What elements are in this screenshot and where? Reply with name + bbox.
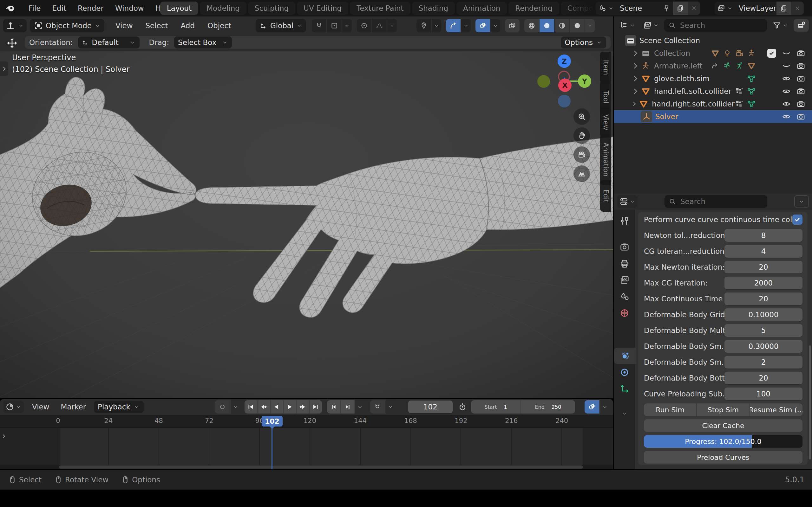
- viewlayer-remove-button[interactable]: [791, 2, 804, 15]
- current-frame-field[interactable]: 102: [408, 400, 453, 413]
- frame-step-dropdown[interactable]: [354, 400, 365, 413]
- visibility-cell[interactable]: [779, 99, 794, 109]
- properties-tab-tool[interactable]: [614, 213, 635, 229]
- outliner-row[interactable]: Solver: [614, 110, 812, 123]
- options-dropdown[interactable]: Options: [561, 37, 606, 49]
- playhead-label[interactable]: 102: [262, 416, 283, 427]
- key-prev-button[interactable]: [257, 400, 270, 413]
- menu-file[interactable]: File: [24, 2, 45, 14]
- editor-type-dropdown[interactable]: [3, 19, 27, 32]
- workspace-tab-shading[interactable]: Shading: [412, 2, 455, 15]
- move-tool-icon[interactable]: [6, 38, 18, 49]
- viewport-menu-add[interactable]: Add: [176, 20, 199, 32]
- shading-solid-button[interactable]: [539, 19, 554, 32]
- stopwatch-icon[interactable]: [458, 402, 467, 412]
- timeline-editor-type-dropdown[interactable]: [3, 400, 23, 413]
- viewport-3d[interactable]: Object Mode ViewSelectAddObject Global: [0, 16, 613, 398]
- timeline-snap-dropdown[interactable]: [385, 400, 396, 413]
- timeline-overlays-dropdown[interactable]: [599, 400, 610, 413]
- render-visibility-cell[interactable]: [794, 61, 808, 71]
- jump-start-button[interactable]: [245, 400, 257, 413]
- workspace-tab-rendering[interactable]: Rendering: [508, 2, 559, 15]
- expand-arrow[interactable]: [630, 74, 641, 83]
- render-visibility-cell[interactable]: [794, 49, 808, 58]
- render-camera-icon[interactable]: [796, 74, 806, 83]
- ortho-toggle-button[interactable]: [573, 165, 590, 182]
- menu-window[interactable]: Window: [111, 2, 148, 14]
- sidebar-tab-edit[interactable]: Edit: [600, 180, 611, 212]
- scene-duplicate-button[interactable]: [673, 2, 688, 15]
- property-value-field[interactable]: 0.10000: [724, 308, 803, 321]
- gizmos-dropdown[interactable]: [461, 19, 471, 32]
- viewlayer-name[interactable]: ViewLayer: [735, 2, 776, 15]
- shading-material-button[interactable]: [554, 19, 569, 32]
- property-value-field[interactable]: 20: [724, 292, 803, 305]
- scene-selector[interactable]: Scene: [596, 2, 700, 15]
- autokey-toggle[interactable]: [215, 400, 230, 413]
- frame-back-button[interactable]: [327, 400, 340, 413]
- render-camera-icon[interactable]: [796, 112, 806, 121]
- sidebar-tab-item[interactable]: Item: [600, 52, 611, 83]
- workspace-tab-animation[interactable]: Animation: [456, 2, 507, 15]
- workspace-tab-sculpting[interactable]: Sculpting: [248, 2, 295, 15]
- keying-dropdown[interactable]: [230, 400, 241, 413]
- blender-logo-icon[interactable]: [4, 3, 16, 14]
- properties-tab-object[interactable]: [614, 331, 635, 348]
- outliner-row[interactable]: Scene Collection: [614, 34, 812, 47]
- outliner-row[interactable]: hand.right.soft.collider: [614, 98, 812, 110]
- visibility-cell[interactable]: [779, 49, 794, 58]
- eye-open-icon[interactable]: [781, 87, 791, 96]
- timeline-scrollbar[interactable]: [0, 465, 613, 469]
- property-value-field[interactable]: 20: [724, 261, 803, 274]
- orientation-value-dropdown[interactable]: Default: [78, 37, 140, 49]
- checkbox-checked[interactable]: [767, 49, 776, 58]
- expand-arrow[interactable]: [630, 87, 641, 96]
- outliner-display-mode-dropdown[interactable]: [641, 19, 661, 32]
- render-visibility-cell[interactable]: [794, 74, 808, 83]
- stop-sim-button[interactable]: Stop Sim: [696, 403, 749, 416]
- snap-target-dropdown[interactable]: [326, 19, 342, 32]
- mode-dropdown[interactable]: Object Mode: [30, 19, 104, 32]
- render-camera-icon[interactable]: [796, 49, 806, 58]
- properties-options-dropdown[interactable]: [794, 195, 809, 208]
- outliner-filter-dropdown[interactable]: [770, 19, 791, 32]
- menu-edit[interactable]: Edit: [48, 2, 71, 14]
- preload-curves-button[interactable]: Preload Curves: [644, 451, 803, 464]
- overlays-toggle[interactable]: [475, 19, 490, 32]
- play-back-button[interactable]: [270, 400, 283, 413]
- playhead-line[interactable]: [271, 426, 272, 469]
- workspace-tab-compositing[interactable]: Compositing: [561, 2, 594, 15]
- properties-tab-viewlayer[interactable]: [614, 272, 635, 288]
- viewport-menu-object[interactable]: Object: [203, 20, 235, 32]
- snap-toggle[interactable]: [312, 19, 326, 32]
- jump-end-button[interactable]: [309, 400, 322, 413]
- sidebar-tab-animation[interactable]: Animation: [600, 135, 611, 185]
- expand-arrow[interactable]: [630, 49, 641, 58]
- viewlayer-duplicate-button[interactable]: [776, 2, 791, 15]
- property-value-field[interactable]: 5: [724, 324, 803, 337]
- timeline-menu-view[interactable]: View: [28, 401, 54, 412]
- scrollbar-handle[interactable]: [59, 465, 583, 469]
- camera-view-button[interactable]: [573, 147, 590, 163]
- property-value-field[interactable]: 20: [724, 372, 803, 384]
- workspace-tab-modeling[interactable]: Modeling: [200, 2, 247, 15]
- outliner-row[interactable]: hand.left.soft.collider: [614, 85, 812, 98]
- shading-dropdown[interactable]: [585, 19, 595, 32]
- property-value-field[interactable]: 0.30000: [724, 340, 803, 353]
- viewport-menu-select[interactable]: Select: [141, 20, 172, 32]
- timeline-overlays-toggle[interactable]: [585, 400, 599, 413]
- scene-unlink-button[interactable]: [688, 2, 700, 15]
- property-value-field[interactable]: 8: [724, 229, 803, 242]
- properties-tabs-more[interactable]: [614, 405, 635, 422]
- render-visibility-cell[interactable]: [794, 99, 808, 109]
- eye-open-icon[interactable]: [781, 112, 791, 121]
- resume-sim-button[interactable]: Resume Sim (...: [750, 403, 803, 416]
- expand-arrow[interactable]: [630, 61, 641, 71]
- timeline-tracks[interactable]: [0, 428, 613, 465]
- new-collection-button[interactable]: [794, 19, 809, 32]
- sidebar-tab-view[interactable]: View: [600, 107, 611, 137]
- visibility-cell[interactable]: [779, 61, 794, 71]
- xray-toggle[interactable]: [505, 19, 519, 32]
- navigation-gizmo[interactable]: Z Y X: [536, 48, 600, 112]
- render-visibility-cell[interactable]: [794, 87, 808, 96]
